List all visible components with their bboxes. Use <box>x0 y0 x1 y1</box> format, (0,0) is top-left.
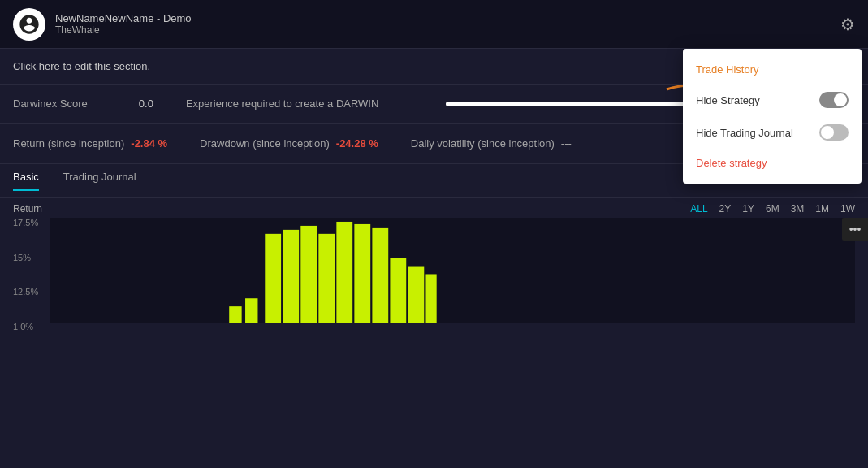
metric-drawdown-value: -24.28 % <box>336 137 378 150</box>
svg-rect-10 <box>229 306 241 323</box>
more-options-button[interactable]: ••• <box>842 218 868 240</box>
hide-trading-journal-toggle[interactable] <box>819 124 849 141</box>
dropdown-item-hide-trading-journal[interactable]: Hide Trading Journal <box>683 116 862 149</box>
dropdown-menu: Trade History Hide Strategy Hide Trading… <box>683 49 862 184</box>
svg-rect-2 <box>300 226 317 323</box>
avatar <box>13 8 45 41</box>
svg-rect-0 <box>265 234 281 323</box>
experience-label: Experience required to create a DARWIN <box>186 98 438 110</box>
hide-strategy-label: Hide Strategy <box>696 94 760 106</box>
gear-icon[interactable]: ⚙ <box>840 15 855 34</box>
y-label-175: 17.5% <box>13 218 38 228</box>
y-label-125: 12.5% <box>13 287 38 297</box>
tab-basic[interactable]: Basic <box>13 171 39 191</box>
y-label-15: 15% <box>13 253 38 262</box>
time-filter-6m[interactable]: 6M <box>766 203 779 214</box>
header: NewNameNewName - Demo TheWhale ⚙ <box>0 0 868 49</box>
chart-wrapper: 17.5% 15% 12.5% 1.0% <box>13 218 855 332</box>
dropdown-item-trade-history[interactable]: Trade History <box>683 55 862 84</box>
darwinex-score-label: Darwinex Score <box>13 98 139 110</box>
metric-return: Return (since inception) -2.84 % <box>13 137 167 150</box>
metric-volatility-value: --- <box>561 137 572 150</box>
user-info: NewNameNewName - Demo TheWhale <box>55 12 192 36</box>
metric-volatility-label: Daily volatility (since inception) <box>411 137 555 150</box>
dropdown-item-delete-strategy[interactable]: Delete strategy <box>683 149 862 177</box>
y-axis-labels: 17.5% 15% 12.5% 1.0% <box>13 218 38 332</box>
trade-history-label: Trade History <box>696 63 759 76</box>
metric-return-label: Return (since inception) <box>13 137 124 150</box>
time-filter-bar: ALL 2Y 1Y 6M 3M 1M 1W <box>690 203 855 214</box>
time-filter-1y[interactable]: 1Y <box>742 203 754 214</box>
svg-rect-5 <box>354 224 370 323</box>
hide-trading-journal-toggle-knob <box>821 126 834 139</box>
return-label: Return <box>13 203 42 214</box>
metric-return-value: -2.84 % <box>131 137 167 150</box>
svg-rect-1 <box>283 230 299 323</box>
time-filter-all[interactable]: ALL <box>690 203 707 214</box>
chart-bars <box>50 218 855 323</box>
svg-rect-4 <box>336 222 352 323</box>
chart-area: 17.5% 15% 12.5% 1.0% <box>0 218 868 468</box>
time-filter-2y[interactable]: 2Y <box>719 203 732 214</box>
svg-rect-7 <box>390 258 406 323</box>
hide-strategy-toggle[interactable] <box>819 92 849 108</box>
username: NewNameNewName - Demo <box>55 12 192 24</box>
svg-rect-9 <box>425 274 436 323</box>
time-filter-1m[interactable]: 1M <box>815 203 829 214</box>
time-filter-1w[interactable]: 1W <box>840 203 855 214</box>
metric-drawdown-label: Drawdown (since inception) <box>200 137 330 150</box>
darwinex-score-value: 0.0 <box>139 98 153 110</box>
delete-strategy-label: Delete strategy <box>696 157 767 169</box>
metric-volatility: Daily volatility (since inception) --- <box>411 137 572 150</box>
edit-section-text[interactable]: Click here to edit this section. <box>13 60 150 72</box>
svg-rect-3 <box>318 234 335 323</box>
metric-drawdown: Drawdown (since inception) -24.28 % <box>200 137 378 150</box>
hide-strategy-toggle-knob <box>834 93 847 106</box>
time-filter-3m[interactable]: 3M <box>791 203 805 214</box>
user-subname: TheWhale <box>55 24 192 36</box>
tab-trading-journal[interactable]: Trading Journal <box>63 171 136 191</box>
dropdown-item-hide-strategy[interactable]: Hide Strategy <box>683 84 862 116</box>
svg-rect-11 <box>245 298 257 323</box>
svg-rect-6 <box>372 228 388 323</box>
svg-rect-8 <box>408 266 424 323</box>
y-label-10: 1.0% <box>13 322 38 332</box>
hide-trading-journal-label: Hide Trading Journal <box>696 127 793 139</box>
